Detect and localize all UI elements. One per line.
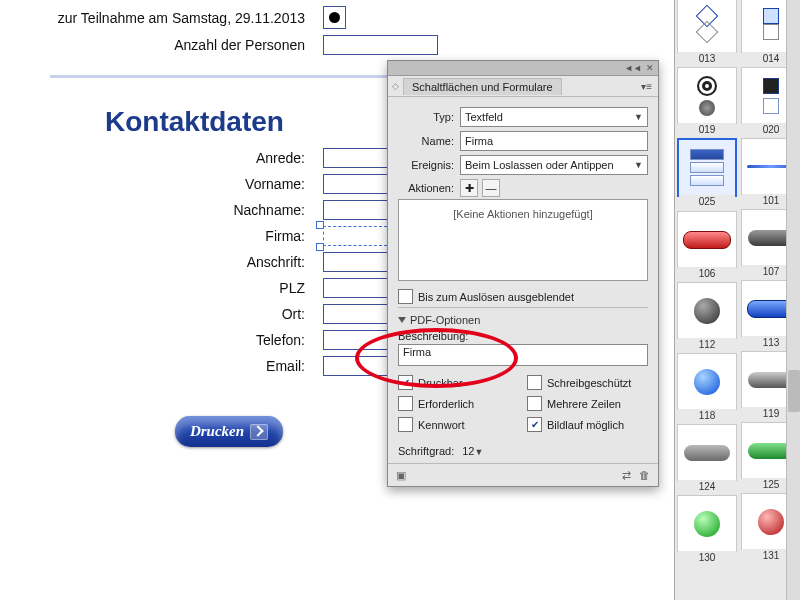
name-label: Name:	[398, 135, 454, 147]
email-label: Email:	[0, 358, 323, 374]
typ-label: Typ:	[398, 111, 454, 123]
vorname-label: Vorname:	[0, 176, 323, 192]
palette-item-118[interactable]: 118	[677, 353, 737, 410]
anschrift-label: Anschrift:	[0, 254, 323, 270]
schriftgrad-select[interactable]: 12▼	[462, 445, 526, 457]
palette-scrollbar[interactable]	[786, 0, 800, 600]
convert-icon[interactable]: ⇄	[622, 469, 631, 482]
print-icon	[250, 424, 268, 440]
beschreibung-label: Beschreibung:	[398, 330, 648, 342]
plz-label: PLZ	[0, 280, 323, 296]
panel-collapse-icon[interactable]: ◄◄	[624, 63, 642, 73]
panel-menu-icon[interactable]: ▾≡	[641, 81, 652, 92]
panel-tab[interactable]: Schaltflächen und Formulare	[403, 78, 562, 95]
trash-icon[interactable]: 🗑	[639, 469, 650, 482]
druckbar-checkbox[interactable]: Druckbar	[398, 375, 519, 390]
anrede-label: Anrede:	[0, 150, 323, 166]
preview-icon[interactable]: ▣	[396, 469, 406, 482]
ereignis-select[interactable]: Beim Loslassen oder Antippen▼	[460, 155, 648, 175]
schriftgrad-label: Schriftgrad:	[398, 445, 454, 457]
hide-until-trigger-checkbox[interactable]: Bis zum Auslösen ausgeblendet	[398, 289, 648, 304]
name-input[interactable]: Firma	[460, 131, 648, 151]
palette-item-025[interactable]: 025	[677, 138, 737, 197]
nachname-label: Nachname:	[0, 202, 323, 218]
telefon-label: Telefon:	[0, 332, 323, 348]
palette-item-019[interactable]: 019	[677, 67, 737, 124]
panel-close-icon[interactable]: ✕	[646, 63, 654, 73]
participate-saturday-radio[interactable]	[323, 6, 346, 29]
aktionen-label: Aktionen:	[398, 182, 454, 194]
pdf-options-toggle[interactable]: PDF-Optionen	[398, 314, 648, 326]
remove-action-button[interactable]: —	[482, 179, 500, 197]
mehrere-zeilen-checkbox[interactable]: Mehrere Zeilen	[527, 396, 648, 411]
erforderlich-checkbox[interactable]: Erforderlich	[398, 396, 519, 411]
firma-label: Firma:	[0, 228, 323, 244]
palette-item-112[interactable]: 112	[677, 282, 737, 339]
ort-label: Ort:	[0, 306, 323, 322]
persons-label: Anzahl der Personen	[0, 37, 323, 53]
buttons-forms-panel: ◄◄ ✕ ◇ Schaltflächen und Formulare ▾≡ Ty…	[387, 60, 659, 487]
button-library-palette: 013019025106112118124130 014020101107113…	[674, 0, 800, 600]
kennwort-checkbox[interactable]: Kennwort	[398, 417, 519, 432]
ereignis-label: Ereignis:	[398, 159, 454, 171]
add-action-button[interactable]: ✚	[460, 179, 478, 197]
print-button[interactable]: Drucken	[175, 416, 283, 447]
bildlauf-checkbox[interactable]: Bildlauf möglich	[527, 417, 648, 432]
schreibgeschuetzt-checkbox[interactable]: Schreibgeschützt	[527, 375, 648, 390]
actions-list[interactable]: [Keine Aktionen hinzugefügt]	[398, 199, 648, 281]
palette-item-124[interactable]: 124	[677, 424, 737, 481]
palette-item-106[interactable]: 106	[677, 211, 737, 268]
participation-label: zur Teilnahme am Samstag, 29.11.2013	[0, 10, 323, 26]
persons-input[interactable]	[323, 35, 438, 55]
typ-select[interactable]: Textfeld▼	[460, 107, 648, 127]
palette-item-130[interactable]: 130	[677, 495, 737, 552]
beschreibung-input[interactable]: Firma	[398, 344, 648, 366]
palette-item-013[interactable]: 013	[677, 0, 737, 53]
